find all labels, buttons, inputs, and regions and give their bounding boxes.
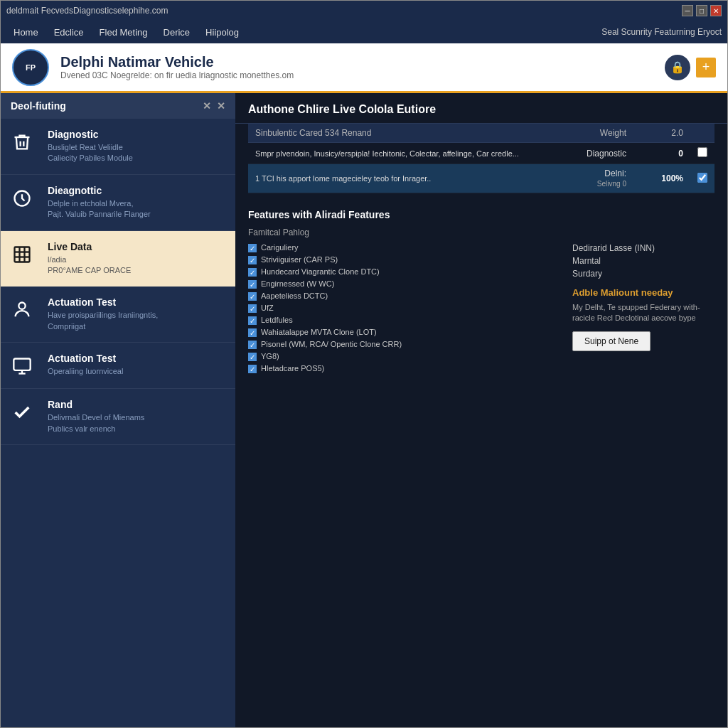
sidebar-items-container: Diagnostic Busliglet Reat VeliidleCaliec… <box>1 119 235 445</box>
sidebar-item-title-actuation-1: Actuation Test <box>48 296 224 308</box>
feature-item: ✓ Wahiatalappe MVTA Clone (LOT) <box>248 328 558 337</box>
table-cell-check[interactable] <box>690 143 714 164</box>
minimize-button[interactable]: ─ <box>682 5 693 16</box>
sidebar-item-rand[interactable]: Rand Delivrnali Devel of MienamsPublics … <box>1 389 235 445</box>
app-title: Delphi Natimar Vehicle <box>60 54 653 70</box>
features-right-item: Dedirarid Lasse (INN) <box>572 243 714 253</box>
features-right-items: Dedirarid Lasse (INN)MarntalSurdary <box>572 243 714 279</box>
feature-item: ✓ Hundecard Viagrantic Clone DTC) <box>248 267 558 277</box>
menu-home[interactable]: Home <box>6 24 46 41</box>
sidebar-item-diagnostic-1[interactable]: Diagnostic Busliglet Reat VeliidleCaliec… <box>1 119 235 175</box>
menu-edclice[interactable]: Edclice <box>47 24 91 41</box>
table-cell-value: 0 <box>633 143 690 164</box>
feature-checkbox[interactable]: ✓ <box>248 365 257 373</box>
menu-hiipolog[interactable]: Hiipolog <box>198 24 246 41</box>
close-button[interactable]: ✕ <box>710 5 722 16</box>
col-header-weight: Weight <box>577 124 633 143</box>
sidebar-item-desc-rand: Delivrnali Devel of MienamsPublics valr … <box>48 412 224 434</box>
table-row: 1 TCI his apport lome magecieley teob fo… <box>248 164 714 193</box>
sidebar-item-text-actuation-1: Actuation Test Have proispariilings Iran… <box>48 296 224 332</box>
support-button[interactable]: Suipp ot Nene <box>572 331 651 351</box>
feature-item: ✓ Hletadcare POS5) <box>248 364 558 373</box>
table-cell-value: 100% <box>633 164 690 193</box>
feature-label: Wahiatalappe MVTA Clone (LOT) <box>261 328 377 336</box>
feature-label: Hletadcare POS5) <box>261 364 324 373</box>
feature-checkbox[interactable]: ✓ <box>248 316 257 325</box>
table-cell-label: 1 TCI his apport lome magecieley teob fo… <box>248 164 577 193</box>
sidebar-item-desc-diagnostic-1: Busliglet Reat VeliidleCaliecity Pabiles… <box>48 142 224 164</box>
sidebar-item-live-data[interactable]: Live Data l/adiaPR0°AME CAP ORACE <box>1 231 235 287</box>
feature-item: ✓ YG8) <box>248 352 558 361</box>
feature-checkbox[interactable]: ✓ <box>248 256 257 264</box>
features-note: Adble Maliount needay My Delht, Te spupp… <box>572 287 714 351</box>
table-cell-label: Smpr plvendoin, Inusicy/erspipla! Iechit… <box>248 143 577 164</box>
feature-checkbox[interactable]: ✓ <box>248 304 257 313</box>
features-right-item: Surdary <box>572 269 714 279</box>
add-button[interactable]: + <box>696 58 716 77</box>
feature-label: Cariguliery <box>261 243 299 252</box>
feature-list: ✓ Cariguliery ✓ Striviiguiser (CAR PS) ✓… <box>248 243 558 376</box>
feature-item: ✓ Striviiguiser (CAR PS) <box>248 255 558 264</box>
right-panel: Authone Chlire Live Colola Eutiore Sinbu… <box>235 93 727 727</box>
app-header-text: Delphi Natimar Vehicle Dvened 03C Noegre… <box>60 54 653 80</box>
feature-item: ✓ Cariguliery <box>248 243 558 252</box>
features-content: ✓ Cariguliery ✓ Striviiguiser (CAR PS) ✓… <box>248 243 714 376</box>
menu-derice[interactable]: Derice <box>156 24 198 41</box>
sidebar-item-title-diagnostic-2: Dieagnottic <box>48 185 224 196</box>
menu-right-text: Seal Scunrity Featurning Eryoct <box>601 27 722 37</box>
table-icon <box>12 241 38 267</box>
feature-checkbox[interactable]: ✓ <box>248 268 257 277</box>
sidebar-item-actuation-1[interactable]: Actuation Test Have proispariilings Iran… <box>1 287 235 343</box>
sidebar-item-actuation-2[interactable]: Actuation Test Operaliing Iuornviceal <box>1 343 235 389</box>
check-icon <box>12 399 38 424</box>
app-subtitle: Dvened 03C Noegrelde: on fir uedia lriag… <box>60 70 653 80</box>
table-wrapper: Sinbulentic Cared 534 Renand Weight 2.0 … <box>235 124 727 200</box>
features-section: Features with Aliradi Features Famitcal … <box>235 200 727 385</box>
clock-icon <box>12 185 38 210</box>
security-icon: 🔒 <box>665 55 690 80</box>
title-bar-left: deldmait FecvedsDiagnosticselephihe.com <box>6 6 168 16</box>
sidebar-header-controls: ✕ ✕ <box>203 100 225 112</box>
menu-items: Home Edclice Fled Meting Derice Hiipolog <box>6 24 246 41</box>
sidebar-header: Deol-fiuting ✕ ✕ <box>1 93 235 119</box>
app-logo: FP <box>12 49 49 86</box>
col-header-check <box>690 124 714 143</box>
feature-checkbox[interactable]: ✓ <box>248 353 257 361</box>
maximize-button[interactable]: □ <box>696 5 707 16</box>
feature-checkbox[interactable]: ✓ <box>248 341 257 349</box>
features-right: Dedirarid Lasse (INN)MarntalSurdary Adbl… <box>572 243 714 376</box>
table-cell-check[interactable] <box>690 164 714 193</box>
menu-filed-meting[interactable]: Fled Meting <box>92 24 155 41</box>
sidebar-pin-icon[interactable]: ✕ <box>203 100 211 112</box>
feature-item: ✓ Pisonel (WM, RCA/ Opentic Clone CRR) <box>248 340 558 349</box>
sidebar-item-title-actuation-2: Actuation Test <box>48 353 224 364</box>
title-bar: deldmait FecvedsDiagnosticselephihe.com … <box>1 1 727 21</box>
person-icon <box>12 296 38 322</box>
sidebar-item-text-rand: Rand Delivrnali Devel of MienamsPublics … <box>48 399 224 434</box>
feature-checkbox[interactable]: ✓ <box>248 244 257 252</box>
feature-checkbox[interactable]: ✓ <box>248 292 257 301</box>
col-header-name: Sinbulentic Cared 534 Renand <box>248 124 577 143</box>
table-head: Sinbulentic Cared 534 Renand Weight 2.0 <box>248 124 714 143</box>
sidebar-item-title-live-data: Live Data <box>48 241 224 252</box>
feature-item: ✓ Engirnessed (W WC) <box>248 279 558 289</box>
menu-bar: Home Edclice Fled Meting Derice Hiipolog… <box>1 21 727 43</box>
sidebar-close-icon[interactable]: ✕ <box>217 100 225 112</box>
feature-item: ✓ UfZ <box>248 304 558 313</box>
feature-checkbox[interactable]: ✓ <box>248 280 257 289</box>
header-right: 🔒 + <box>665 55 716 80</box>
feature-checkbox[interactable]: ✓ <box>248 328 257 337</box>
sidebar-item-diagnostic-2[interactable]: Dieagnottic Delple in etcholal Mvera,Paj… <box>1 175 235 231</box>
feature-label: Striviiguiser (CAR PS) <box>261 255 338 264</box>
table-row: Smpr plvendoin, Inusicy/erspipla! Iechit… <box>248 143 714 164</box>
main-content: Deol-fiuting ✕ ✕ Diagnostic Busliglet Re… <box>1 93 727 727</box>
feature-label: UfZ <box>261 304 274 312</box>
monitor-icon <box>12 353 38 378</box>
table-cell-category: Delni:Selivng 0 <box>577 164 633 193</box>
features-title: Features with Aliradi Features <box>248 209 714 220</box>
svg-rect-7 <box>14 359 30 370</box>
features-note-text: My Delht, Te spupped Federary with-racic… <box>572 302 714 324</box>
sidebar-item-text-actuation-2: Actuation Test Operaliing Iuornviceal <box>48 353 224 377</box>
features-label: Famitcal Pahlog <box>248 228 714 237</box>
data-table: Sinbulentic Cared 534 Renand Weight 2.0 … <box>248 124 714 193</box>
